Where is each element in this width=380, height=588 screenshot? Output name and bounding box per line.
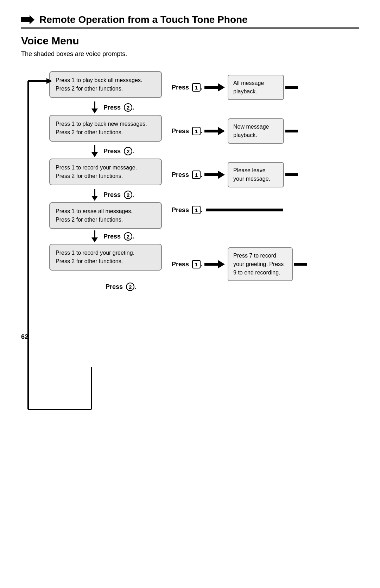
step1-key2: 2 bbox=[124, 103, 132, 112]
step5-result: Press 7 to record your greeting. Press 9… bbox=[228, 247, 293, 281]
step3-press-label: Press 1. bbox=[172, 171, 202, 179]
step4-box: Press 1 to erase all messages. Press 2 f… bbox=[49, 202, 162, 229]
step1-result: All messageplayback. bbox=[228, 75, 284, 100]
step3-box: Press 1 to record your message. Press 2 … bbox=[49, 159, 162, 185]
step1-right: Press 1. All messageplayback. bbox=[172, 75, 298, 100]
step2-down: Press 2. bbox=[91, 145, 359, 157]
step2-box: Press 1 to play back new messages. Press… bbox=[49, 115, 162, 142]
step5-box: Press 1 to record your greeting. Press 2… bbox=[49, 244, 162, 271]
step4-press2: Press 2. bbox=[103, 232, 134, 241]
step3-line1: Press 1 to record your message. bbox=[56, 165, 137, 171]
svg-rect-8 bbox=[204, 130, 219, 132]
subtitle: The shaded boxes are voice prompts. bbox=[21, 50, 359, 58]
svg-marker-11 bbox=[218, 171, 225, 179]
step3-arrow bbox=[204, 170, 226, 180]
step4-press-label: Press 1. bbox=[172, 206, 202, 214]
svg-rect-10 bbox=[204, 173, 219, 176]
svg-marker-0 bbox=[21, 15, 34, 24]
step3-key: 1 bbox=[192, 171, 201, 179]
step5-arrow bbox=[204, 259, 226, 269]
step4-line2: Press 2 for other functions. bbox=[56, 217, 123, 223]
step3-right: Press 1. Please leaveyour message. bbox=[172, 162, 298, 187]
step5-down: Press 2. bbox=[91, 283, 359, 291]
bracket-svg bbox=[21, 68, 53, 438]
svg-rect-12 bbox=[204, 263, 219, 266]
step1-line2: Press 2 for other functions. bbox=[56, 86, 123, 92]
step1-dash bbox=[285, 86, 298, 89]
step4-key2: 2 bbox=[124, 232, 132, 241]
step1-press-label: Press 1. bbox=[172, 83, 202, 92]
step4-key: 1 bbox=[192, 206, 201, 214]
step2-key: 1 bbox=[192, 127, 201, 135]
step5-line2: Press 2 for other functions. bbox=[56, 258, 123, 264]
header-rule bbox=[21, 27, 359, 29]
flow-step-3: Press 1 to record your message. Press 2 … bbox=[49, 159, 359, 187]
step5-press-label: Press 1. bbox=[172, 260, 202, 268]
header-title: Remote Operation from a Touch Tone Phone bbox=[39, 14, 248, 25]
step1-line1: Press 1 to play back all messages. bbox=[56, 77, 142, 83]
svg-marker-2 bbox=[46, 78, 52, 84]
step1-press2: Press 2. bbox=[103, 103, 134, 112]
flow-step-5: Press 1 to record your greeting. Press 2… bbox=[49, 244, 359, 281]
step1-arrow bbox=[204, 82, 226, 92]
step5-line1: Press 1 to record your greeting. bbox=[56, 250, 134, 256]
step5-dash bbox=[294, 263, 307, 266]
step5-right: Press 1. Press 7 to record your greeting… bbox=[172, 247, 307, 281]
section-title: Voice Menu bbox=[21, 35, 359, 47]
step5-key: 1 bbox=[192, 260, 201, 268]
step4-down: Press 2. bbox=[91, 230, 359, 242]
step3-press2: Press 2. bbox=[103, 191, 134, 199]
step2-press-label: Press 1. bbox=[172, 127, 202, 135]
svg-marker-7 bbox=[218, 83, 225, 92]
svg-rect-6 bbox=[204, 86, 219, 89]
step2-dash bbox=[285, 130, 298, 132]
step3-key2: 2 bbox=[124, 191, 132, 199]
step2-line1: Press 1 to play back new messages. bbox=[56, 121, 147, 127]
step2-right: Press 1. New messageplayback. bbox=[172, 118, 298, 144]
step2-line2: Press 2 for other functions. bbox=[56, 129, 123, 135]
step1-key: 1 bbox=[192, 83, 201, 92]
step4-line1: Press 1 to erase all messages. bbox=[56, 208, 133, 214]
page-number: 62 bbox=[21, 333, 359, 341]
step1-down: Press 2. bbox=[91, 101, 359, 113]
step5-key2: 2 bbox=[126, 283, 134, 291]
svg-marker-13 bbox=[218, 260, 225, 268]
svg-marker-9 bbox=[218, 127, 225, 135]
flow-step-4: Press 1 to erase all messages. Press 2 f… bbox=[49, 202, 359, 229]
step2-arrow bbox=[204, 126, 226, 136]
step4-right: Press 1. bbox=[172, 206, 283, 214]
page-header: Remote Operation from a Touch Tone Phone bbox=[21, 14, 359, 25]
step3-line2: Press 2 for other functions. bbox=[56, 173, 123, 179]
bottom-spacer bbox=[49, 291, 359, 312]
step2-key2: 2 bbox=[124, 147, 132, 155]
flow-step-1: Press 1 to play back all messages. Press… bbox=[49, 71, 359, 100]
flow-step-2: Press 1 to play back new messages. Press… bbox=[49, 115, 359, 144]
step3-down: Press 2. bbox=[91, 189, 359, 201]
step2-press2: Press 2. bbox=[103, 147, 134, 155]
step5-press2: Press 2. bbox=[106, 283, 136, 291]
step4-line-dash bbox=[206, 209, 283, 211]
step2-result: New messageplayback. bbox=[228, 118, 284, 144]
step1-box: Press 1 to play back all messages. Press… bbox=[49, 71, 162, 98]
header-arrow-icon bbox=[21, 15, 34, 24]
step3-dash bbox=[285, 173, 298, 176]
step3-result: Please leaveyour message. bbox=[228, 162, 284, 187]
